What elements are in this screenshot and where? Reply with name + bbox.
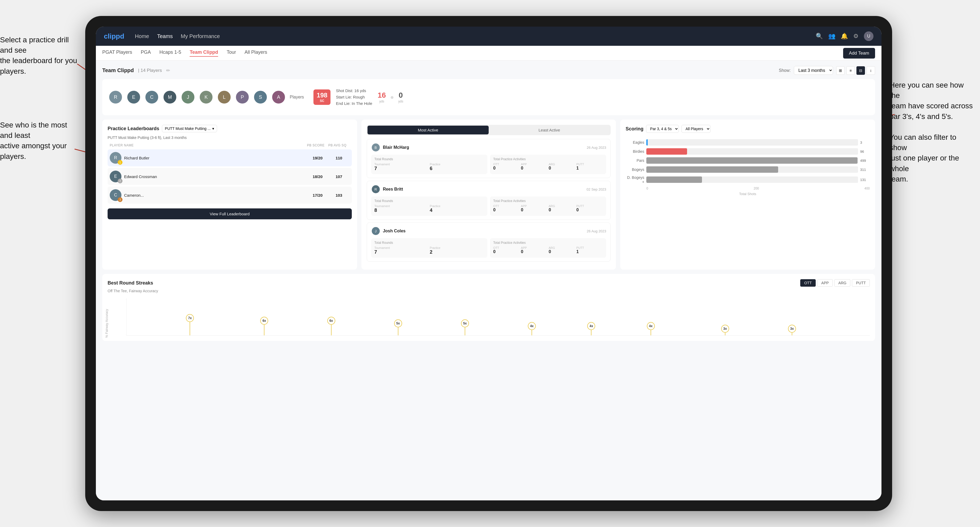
- streaks-tab-ott[interactable]: OTT: [800, 279, 816, 287]
- pa-date-1: 02 Sep 2023: [587, 187, 606, 191]
- practice-activities-group-2: Total Practice Activities OTT0 APP0 ARG0…: [490, 238, 606, 258]
- streaks-header: Best Round Streaks OTT APP ARG PUTT: [108, 279, 870, 287]
- bar-track-bogeys: [646, 167, 858, 173]
- subnav-hcaps[interactable]: Hcaps 1-5: [159, 49, 181, 57]
- show-select[interactable]: Last 3 months Last 6 months This year: [794, 66, 833, 75]
- streaks-tab-app[interactable]: APP: [817, 279, 833, 287]
- player-avatar-3[interactable]: M: [163, 90, 177, 104]
- view-full-leaderboard-button[interactable]: View Full Leaderboard: [108, 208, 352, 219]
- total-rounds-group-1: Total Rounds Tournament 8 Practice 4: [371, 197, 487, 216]
- player-avatar-6[interactable]: L: [217, 90, 231, 104]
- bar-row-eagles: Eagles 3: [625, 139, 870, 146]
- pa-stats-0: Total Rounds Tournament 7 Practice 6: [371, 155, 606, 174]
- bar-label-pars: Pars: [625, 158, 644, 163]
- chart-x-labels: 0 200 400: [625, 187, 870, 190]
- scatter-point-2: 6x: [327, 317, 335, 335]
- bar-track-birdies: [646, 148, 858, 155]
- player-avatar-5[interactable]: K: [199, 90, 213, 104]
- practice-activities-group-0: Total Practice Activities OTT0 APP0 ARG0…: [490, 155, 606, 174]
- scoring-player-filter[interactable]: All Players: [681, 125, 711, 133]
- practice-activities-label-0: Total Practice Activities: [493, 157, 603, 161]
- shot-distances: 16 yds ● 0 yds: [378, 91, 403, 103]
- player-avatar-8[interactable]: S: [253, 90, 267, 104]
- scatter-point-8: 3x: [721, 325, 729, 335]
- nav-link-myperformance[interactable]: My Performance: [181, 32, 220, 40]
- nav-link-teams[interactable]: Teams: [157, 32, 173, 40]
- pa-header-1: R Rees Britt 02 Sep 2023: [371, 185, 606, 194]
- subnav-team-clippd[interactable]: Team Clippd: [189, 49, 218, 57]
- dot-separator: ●: [390, 94, 394, 101]
- pa-avatar-0: B: [371, 143, 380, 152]
- subnav-tour[interactable]: Tour: [227, 49, 236, 57]
- grid-view-btn[interactable]: ⊞: [836, 66, 845, 75]
- player-name-1: Edward Crossman: [124, 174, 157, 179]
- activity-card: Most Active Least Active B Blair McHarg …: [361, 119, 616, 270]
- list-view-btn[interactable]: ≡: [846, 66, 855, 75]
- bar-label-birdies: Birdies: [625, 149, 644, 154]
- settings-icon[interactable]: ⚙: [853, 33, 859, 40]
- team-title: Team Clippd: [102, 67, 134, 73]
- nav-link-home[interactable]: Home: [135, 32, 149, 40]
- bar-row-bogeys: Bogeys 311: [625, 167, 870, 173]
- medal-bronze: 3: [118, 197, 123, 202]
- player-avatar-lb-1: E 2: [110, 171, 121, 182]
- player-avatar-7[interactable]: P: [235, 90, 249, 104]
- annotation-bottom-left: See who is the most and leastactive amon…: [0, 120, 75, 162]
- leaderboard-card-header: Practice Leaderboards PUTT Must Make Put…: [108, 125, 352, 132]
- table-row: R 1 Richard Butler 19/20 110: [108, 149, 352, 167]
- annotation-right: Here you can see how theteam have scored…: [889, 80, 975, 184]
- practice-leaderboard-card: Practice Leaderboards PUTT Must Make Put…: [102, 119, 357, 270]
- player-avatar-0[interactable]: R: [109, 90, 123, 104]
- player-avatar-2[interactable]: C: [145, 90, 159, 104]
- player-avatar-1[interactable]: E: [127, 90, 141, 104]
- subnav-pga[interactable]: PGA: [141, 49, 151, 57]
- streaks-tabs: OTT APP ARG PUTT: [800, 279, 870, 287]
- search-icon[interactable]: 🔍: [816, 33, 823, 40]
- scatter-point-7: 4x: [647, 322, 655, 335]
- scatter-point-0: 7x: [186, 314, 194, 335]
- shot-card: 198 SC Shot Dist: 16 yds Start Lie: Roug…: [308, 83, 869, 111]
- chart-x-title: Total Shots: [625, 192, 870, 196]
- bell-icon[interactable]: 🔔: [841, 33, 848, 40]
- scatter-point-6: 4x: [587, 322, 595, 335]
- bar-chart: Eagles 3 Birdies 96: [625, 137, 870, 198]
- subnav-all-players[interactable]: All Players: [245, 49, 267, 57]
- players-label: Players: [290, 95, 304, 100]
- streaks-tab-putt[interactable]: PUTT: [852, 279, 870, 287]
- show-label: Show:: [779, 68, 791, 73]
- player-info-2: C 3 Cameron...: [110, 189, 307, 201]
- least-active-tab[interactable]: Least Active: [488, 125, 610, 135]
- card-view-btn[interactable]: ⊟: [856, 66, 865, 75]
- player-name-2: Cameron...: [124, 193, 144, 197]
- tournament-val-2: 7: [374, 249, 429, 255]
- player-avatar-4[interactable]: J: [181, 90, 195, 104]
- rounds-values-0: Tournament 7 Practice 6: [374, 163, 484, 171]
- add-team-button[interactable]: Add Team: [843, 48, 875, 59]
- player-info-0: R 1 Richard Butler: [110, 152, 307, 163]
- tournament-val-1: 8: [374, 208, 429, 213]
- score-1: 18/20: [307, 174, 328, 179]
- leaderboard-dropdown[interactable]: PUTT Must Make Putting ... ▾: [162, 125, 217, 132]
- bar-value-dbogeys: 131: [860, 178, 870, 182]
- scatter-chart-container: % Fairway Accuracy 7x 6x 6x: [108, 298, 870, 336]
- scatter-point-3: 5x: [394, 319, 402, 335]
- people-icon[interactable]: 👥: [828, 33, 835, 40]
- edit-icon[interactable]: ✏: [166, 68, 170, 73]
- three-col: Practice Leaderboards PUTT Must Make Put…: [102, 119, 875, 270]
- sort-view-btn[interactable]: ↕: [867, 66, 875, 75]
- avg-0: 110: [328, 156, 350, 160]
- streaks-tab-arg[interactable]: ARG: [834, 279, 850, 287]
- bar-track-eagles: [646, 139, 858, 146]
- pa-stats-1: Total Rounds Tournament 8 Practice 4: [371, 197, 606, 216]
- most-active-tab[interactable]: Most Active: [368, 125, 488, 135]
- avatar[interactable]: U: [864, 32, 873, 41]
- player-avatar-9[interactable]: A: [272, 90, 285, 104]
- pa-avatar-1: R: [371, 185, 380, 194]
- annotation-top-left: Select a practice drill and seethe leade…: [0, 35, 77, 76]
- subnav-pgat[interactable]: PGAT Players: [102, 49, 132, 57]
- pa-header-2: J Josh Coles 26 Aug 2023: [371, 227, 606, 236]
- pa-name-0: Blair McHarg: [383, 145, 409, 150]
- pa-date-0: 26 Aug 2023: [587, 146, 606, 149]
- scoring-par-filter[interactable]: Par 3, 4 & 5s Par 3s Par 4s Par 5s: [646, 125, 679, 133]
- bar-fill-pars: [646, 157, 858, 163]
